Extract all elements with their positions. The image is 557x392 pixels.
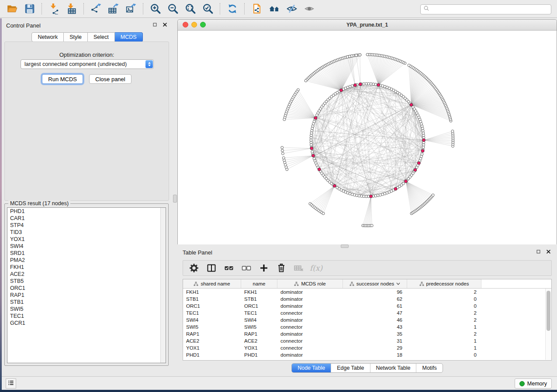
delete-table-button[interactable] <box>292 262 305 274</box>
close-panel-icon[interactable] <box>162 21 168 30</box>
table-row[interactable]: ORC1ORC1dominator610 <box>183 303 551 309</box>
export-network-button[interactable] <box>88 2 104 15</box>
refresh-layout-button[interactable] <box>225 2 240 15</box>
zoom-out-button[interactable] <box>165 2 181 15</box>
mcds-result-item[interactable]: STB1 <box>7 299 166 306</box>
add-column-button[interactable] <box>257 262 270 274</box>
column-header-predecessor-nodes[interactable]: predecessor nodes <box>407 279 481 288</box>
table-row[interactable]: ACE2ACE2connector311 <box>183 337 551 344</box>
mcds-result-item[interactable]: RAP1 <box>7 292 166 299</box>
delete-column-icon <box>276 263 287 273</box>
table-row[interactable]: TEC1TEC1connector472 <box>183 309 551 316</box>
table-scrollbar[interactable] <box>545 289 551 360</box>
main-toolbar <box>0 0 557 18</box>
new-network-from-selection-button[interactable] <box>249 2 265 15</box>
tab-style[interactable]: Style <box>64 32 88 42</box>
mcds-result-item[interactable]: FKH1 <box>7 264 166 271</box>
mcds-result-item[interactable]: SRD1 <box>7 250 166 257</box>
run-mcds-button[interactable]: Run MCDS <box>42 74 83 84</box>
tab-node-table[interactable]: Node Table <box>292 364 331 372</box>
save-session-button[interactable] <box>22 2 38 15</box>
tab-mcds[interactable]: MCDS <box>115 32 143 42</box>
column-header-name[interactable]: name <box>241 279 277 288</box>
mcds-result-item[interactable]: PHD1 <box>7 208 166 215</box>
hide-selection-button[interactable] <box>284 2 300 15</box>
column-header-MCDS-role[interactable]: MCDS role <box>277 279 343 288</box>
tab-network[interactable]: Network <box>31 32 64 42</box>
select-all-rows-button[interactable] <box>222 262 235 274</box>
table-scrollbar-thumb[interactable] <box>547 291 550 331</box>
window-close-icon[interactable] <box>183 22 188 28</box>
close-panel-button[interactable]: Close panel <box>89 74 131 84</box>
table-row[interactable]: PHD1PHD1dominator180 <box>183 351 551 358</box>
table-settings-button[interactable] <box>187 262 201 274</box>
mcds-result-item[interactable]: STB5 <box>7 278 166 285</box>
export-image-button[interactable] <box>123 2 139 15</box>
delete-column-button[interactable] <box>275 262 288 274</box>
cell-predecessor-nodes: 2 <box>407 317 481 323</box>
mcds-result-item[interactable]: GCR1 <box>7 320 166 327</box>
cell-successor-nodes: 61 <box>343 303 407 309</box>
sort-desc-icon <box>396 282 400 285</box>
table-row[interactable]: YOX1YOX1connector291 <box>183 344 551 351</box>
first-neighbors-button[interactable] <box>266 2 282 15</box>
table-row[interactable]: RAP1RAP1dominator352 <box>183 330 551 337</box>
window-zoom-icon[interactable] <box>200 22 206 28</box>
tab-edge-table[interactable]: Edge Table <box>331 364 370 372</box>
tab-select[interactable]: Select <box>88 32 115 42</box>
network-graph[interactable] <box>178 31 557 244</box>
import-table-button[interactable] <box>64 2 80 15</box>
toolbar-separator <box>244 3 245 14</box>
mcds-list-scrollbar[interactable] <box>160 208 166 363</box>
table-row[interactable]: FKH1FKH1dominator962 <box>183 289 551 296</box>
close-table-panel-icon[interactable] <box>545 248 552 257</box>
mcds-result-item[interactable]: ORC1 <box>7 285 166 292</box>
open-file-button[interactable] <box>4 2 20 15</box>
deselect-all-rows-button[interactable] <box>240 262 253 274</box>
search-input[interactable] <box>430 6 549 13</box>
export-table-button[interactable] <box>106 2 121 15</box>
zoom-fit-button[interactable] <box>183 2 198 15</box>
mcds-result-item[interactable]: TEC1 <box>7 313 166 320</box>
tab-motifs[interactable]: Motifs <box>416 364 442 372</box>
zoom-out-icon <box>167 3 179 14</box>
network-canvas[interactable] <box>178 31 557 244</box>
mcds-result-item[interactable]: TID3 <box>7 229 166 236</box>
column-header-shared-name[interactable]: shared name <box>183 279 241 288</box>
mcds-result-item[interactable]: SWI4 <box>7 243 166 250</box>
toolbar-separator <box>42 3 42 14</box>
column-header-successor-nodes[interactable]: successor nodes <box>343 279 407 288</box>
add-column-icon <box>259 263 269 273</box>
zoom-selected-button[interactable] <box>200 2 216 15</box>
cell-name: ORC1 <box>241 303 277 309</box>
mcds-result-item[interactable]: CAR1 <box>7 215 166 222</box>
tab-network-table[interactable]: Network Table <box>370 364 416 372</box>
show-all-button[interactable] <box>301 2 317 15</box>
mcds-result-item[interactable]: ACE2 <box>7 271 166 278</box>
table-row[interactable]: SWI5SWI5connector431 <box>183 323 551 330</box>
zoom-in-button[interactable] <box>148 2 163 15</box>
import-network-button[interactable] <box>46 2 62 15</box>
show-column-panel-button[interactable] <box>205 262 218 274</box>
mcds-result-item[interactable]: STP4 <box>7 222 166 229</box>
cell-name: SWI5 <box>241 324 277 330</box>
float-panel-icon[interactable] <box>152 21 158 30</box>
table-row[interactable]: SWI4SWI4dominator462 <box>183 316 551 323</box>
mcds-result-item[interactable]: PMA2 <box>7 257 166 264</box>
mcds-result-item[interactable]: SWI5 <box>7 306 166 313</box>
vertical-splitter-handle[interactable] <box>173 195 177 203</box>
deselect-all-rows-icon <box>241 263 252 273</box>
mcds-result-item[interactable]: YOX1 <box>7 236 166 243</box>
window-minimize-icon[interactable] <box>191 22 197 28</box>
table-row[interactable]: STB1STB1dominator620 <box>183 296 551 303</box>
float-table-panel-icon[interactable] <box>535 248 542 257</box>
cell-MCDS-role: connector <box>277 310 343 316</box>
mcds-result-list[interactable]: PHD1CAR1STP4TID3YOX1SWI4SRD1PMA2FKH1ACE2… <box>7 207 166 363</box>
cell-name: STB1 <box>241 296 277 302</box>
column-type-icon <box>349 282 354 286</box>
select-all-rows-icon <box>224 263 234 273</box>
criterion-select[interactable]: largest connected component (undirected) <box>21 59 154 69</box>
search-box[interactable] <box>420 4 551 14</box>
task-history-button[interactable] <box>6 378 16 389</box>
memory-button[interactable]: Memory <box>515 378 552 389</box>
